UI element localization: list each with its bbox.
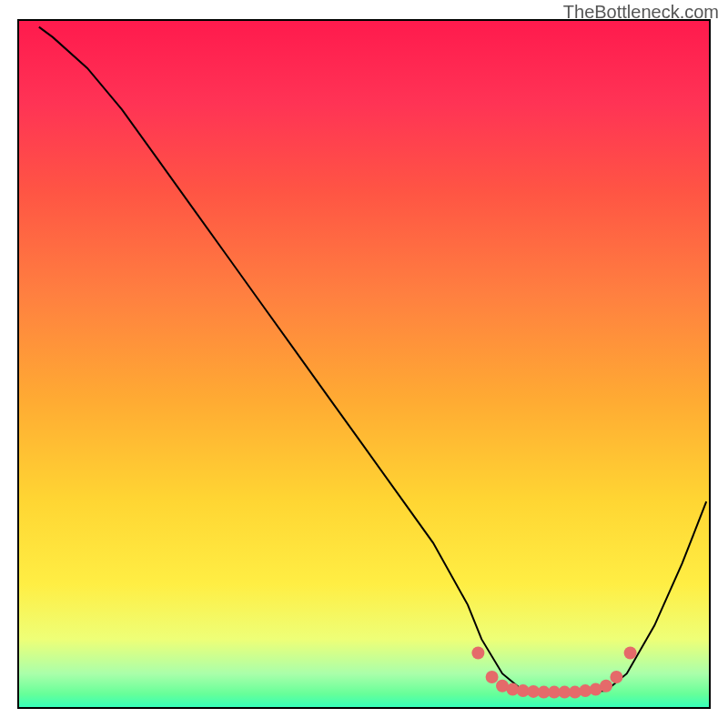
marker-dot — [600, 680, 612, 693]
marker-dot — [624, 647, 637, 660]
chart-container: TheBottleneck.com — [0, 0, 728, 728]
watermark-text: TheBottleneck.com — [563, 2, 719, 23]
marker-dot — [610, 671, 622, 683]
marker-dot — [471, 647, 484, 660]
bottleneck-chart — [0, 0, 728, 728]
plot-background — [18, 20, 710, 708]
marker-dot — [486, 671, 499, 683]
